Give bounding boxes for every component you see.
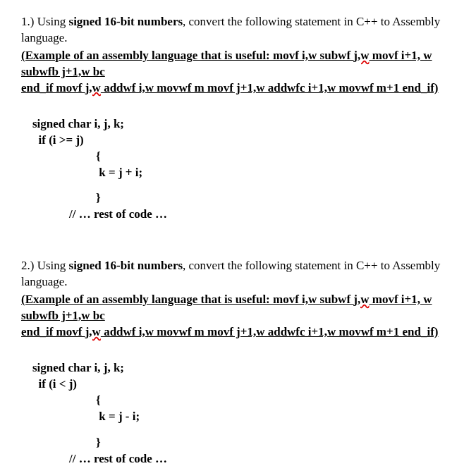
- q1-code-l1: signed char i, j, k;: [32, 116, 455, 133]
- q1-code-l5: }: [96, 190, 455, 207]
- question-2: 2.) Using signed 16-bit numbers, convert…: [21, 258, 455, 466]
- q2-code-l4: k = j - i;: [96, 409, 455, 425]
- q1-typo1: j,w: [353, 49, 369, 62]
- q2-code-blank: [32, 425, 455, 435]
- q1-ex2a: end_if movf: [21, 81, 85, 94]
- q1-ex-open: (Example of an assembly language that is…: [21, 49, 353, 62]
- q2-intro: 2.) Using signed 16-bit numbers, convert…: [21, 258, 455, 290]
- q1-code-l2: if (i >= j): [32, 133, 455, 149]
- q2-example: (Example of an assembly language that is…: [21, 292, 455, 341]
- q2-typo1: j,w: [353, 293, 369, 306]
- q1-code-block: signed char i, j, k; if (i >= j) { k = j…: [32, 116, 455, 223]
- q2-code-l1: signed char i, j, k;: [32, 360, 455, 376]
- q1-bold: signed 16-bit numbers: [69, 15, 183, 28]
- q2-ex-open: (Example of an assembly language that is…: [21, 293, 353, 306]
- q1-code-l6: // … rest of code …: [69, 207, 455, 223]
- q1-intro: 1.) Using signed 16-bit numbers, convert…: [21, 14, 455, 47]
- q1-num: 1.) Using: [21, 15, 69, 28]
- q1-code-blank: [32, 180, 455, 190]
- q2-bold: signed 16-bit numbers: [69, 259, 183, 272]
- q1-ex2b: addwf i,w movwf m movf j+1,w addwfc i+1,…: [101, 81, 439, 94]
- q2-num: 2.) Using: [21, 259, 69, 272]
- q2-code-l6: // … rest of code …: [69, 451, 455, 466]
- q2-code-l5: }: [96, 435, 455, 451]
- q2-ex2a: end_if movf: [21, 325, 85, 338]
- q1-typo2: j,w: [85, 81, 101, 94]
- q1-example: (Example of an assembly language that is…: [21, 48, 455, 97]
- q2-code-block: signed char i, j, k; if (i < j) { k = j …: [32, 360, 455, 466]
- q2-code-l2: if (i < j): [32, 376, 455, 393]
- q2-ex2b: addwf i,w movwf m movf j+1,w addwfc i+1,…: [101, 325, 439, 338]
- question-1: 1.) Using signed 16-bit numbers, convert…: [21, 14, 455, 223]
- q1-code-l4: k = j + i;: [96, 165, 455, 181]
- q2-code-l3: {: [96, 393, 455, 409]
- q2-typo2: j,w: [85, 325, 101, 338]
- q1-code-l3: {: [96, 149, 455, 165]
